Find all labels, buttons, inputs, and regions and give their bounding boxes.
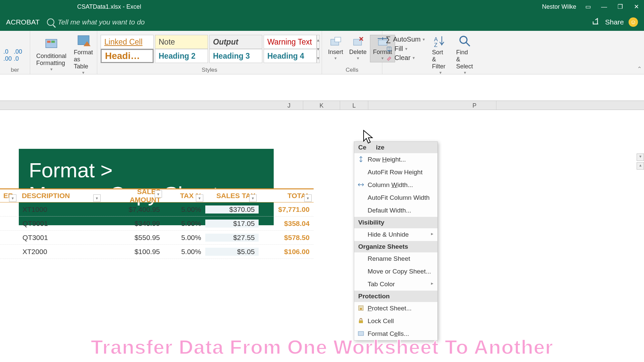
name-box-dropdown-icon[interactable]: ▾ (637, 154, 644, 161)
svg-rect-13 (359, 320, 363, 323)
svg-rect-2 (51, 41, 55, 43)
ribbon-display-icon[interactable]: ▭ (584, 2, 592, 11)
filter-icon[interactable]: ▾ (93, 194, 101, 202)
menu-autofit-col[interactable]: AutoFit Column Width (354, 191, 437, 204)
sigma-icon: ∑ (386, 35, 391, 44)
share-button[interactable]: Share (605, 18, 624, 26)
cell-taxp[interactable]: 5.00% (164, 220, 205, 228)
th-tax-pct[interactable]: TAX %▾ (164, 192, 205, 200)
th-description[interactable]: DESCRIPTION▾ (18, 192, 103, 200)
cell-desc[interactable]: XT1000 (18, 205, 103, 214)
menu-rename-sheet[interactable]: Rename Sheet (354, 252, 437, 265)
col-k[interactable]: K (303, 101, 340, 110)
style-output[interactable]: Output (209, 35, 262, 49)
style-gallery-scroll[interactable]: ▴ ▾ ▾ (317, 35, 320, 63)
svg-rect-14 (358, 331, 364, 336)
minimize-icon[interactable]: — (600, 2, 608, 11)
increase-decimal-icon[interactable]: .0.00 (3, 48, 12, 62)
scroll-up-icon[interactable]: ▴ (637, 162, 644, 170)
collapse-ribbon-icon[interactable]: ⌃ (637, 65, 642, 73)
menu-default-width[interactable]: Default Width... (354, 204, 437, 217)
menu-column-width[interactable]: Column Width... (354, 179, 437, 191)
style-heading3[interactable]: Heading 3 (209, 49, 262, 63)
cell-desc[interactable]: QT9001 (18, 220, 103, 228)
maximize-icon[interactable]: ❐ (616, 2, 625, 11)
menu-header-protection: Protection (354, 291, 437, 302)
filter-icon[interactable]: ▾ (155, 190, 162, 198)
cell-sales[interactable]: $340.99 (103, 220, 164, 228)
conditional-formatting-button[interactable]: Conditional Formatting (34, 33, 69, 76)
gallery-more-icon[interactable]: ▾ (317, 54, 319, 63)
gallery-down-icon[interactable]: ▾ (317, 44, 319, 53)
cell-tax[interactable]: $370.05 (205, 205, 259, 214)
find-select-button[interactable]: Find & Select (453, 33, 476, 76)
table-row[interactable]: XT2000$100.955.00%$5.05$106.00 (0, 245, 314, 259)
autosum-button[interactable]: ∑ AutoSum (386, 35, 423, 44)
clear-button[interactable]: Clear (386, 54, 423, 62)
cell-total[interactable]: $578.50 (259, 234, 314, 242)
th-total[interactable]: TOTAL▾ (259, 192, 314, 200)
th-sales-tax[interactable]: SALES TAX▾ (205, 192, 259, 200)
delete-button[interactable]: Delete (346, 35, 369, 62)
cell-total[interactable]: $106.00 (259, 248, 314, 256)
group-label-cells: Cells (322, 67, 382, 73)
cell-desc[interactable]: QT3001 (18, 234, 103, 242)
cell-taxp[interactable]: 5.00% (164, 234, 205, 242)
menu-lock-cell[interactable]: Lock Cell (354, 315, 437, 327)
ribbon: .0.00 .00.0 ber Conditional Formatting F… (0, 31, 644, 74)
col-j[interactable]: J (275, 101, 303, 110)
style-note[interactable]: Note (155, 35, 208, 49)
table-row[interactable]: QT9001$340.995.00%$17.05$358.04 (0, 217, 314, 231)
th-er[interactable]: ER▾ (0, 192, 18, 200)
gallery-up-icon[interactable]: ▴ (317, 35, 319, 44)
filter-icon[interactable]: ▾ (249, 194, 257, 202)
insert-button[interactable]: Insert (325, 35, 346, 62)
cell-tax[interactable]: $27.55 (205, 234, 259, 242)
menu-tab-color[interactable]: Tab Color (354, 278, 437, 291)
cell-sales[interactable]: $550.95 (103, 234, 164, 242)
cell-total[interactable]: $7,771.00 (259, 205, 314, 214)
style-heading2[interactable]: Heading 2 (155, 49, 208, 63)
filter-icon[interactable]: ▾ (304, 194, 312, 202)
cell-sales[interactable]: $100.95 (103, 248, 164, 256)
cell-taxp[interactable]: 5.00% (164, 248, 205, 256)
col-l[interactable]: L (340, 101, 368, 110)
feedback-smiley-icon[interactable]: ☺ (629, 17, 638, 27)
style-linked-cell[interactable]: Linked Cell (101, 35, 154, 49)
style-heading1[interactable]: Headi… (101, 49, 154, 63)
style-warning[interactable]: Warning Text (264, 35, 317, 49)
format-as-table-button[interactable]: Format as Table (71, 33, 96, 76)
style-heading4[interactable]: Heading 4 (264, 49, 317, 63)
worksheet-area: ▾ ▴ J K L P Format > Move or Copy Sheet … (0, 74, 644, 362)
fill-button[interactable]: Fill (386, 45, 423, 53)
menu-protect-sheet[interactable]: Protect Sheet... (354, 302, 437, 315)
svg-rect-1 (47, 41, 51, 43)
cell-total[interactable]: $358.04 (259, 220, 314, 228)
th-sales-amount[interactable]: SALES AMOUNT▾ (103, 188, 164, 204)
menu-hide-unhide[interactable]: Hide & Unhide (354, 228, 437, 241)
table-row[interactable]: QT3001$550.955.00%$27.55$578.50 (0, 231, 314, 245)
filter-icon[interactable]: ▾ (9, 194, 16, 202)
cell-desc[interactable]: XT2000 (18, 248, 103, 256)
tab-acrobat[interactable]: ACROBAT (6, 18, 40, 26)
filter-icon[interactable]: ▾ (196, 194, 203, 202)
search-icon (47, 18, 54, 26)
close-icon[interactable]: ✕ (632, 2, 641, 11)
tell-me-search[interactable]: Tell me what you want to do (47, 18, 145, 26)
overlay-line1: Format > (29, 158, 264, 182)
col-p[interactable]: P (453, 101, 496, 110)
menu-row-height[interactable]: Row Height... (354, 153, 437, 166)
cell-tax[interactable]: $17.05 (205, 220, 259, 228)
decrease-decimal-icon[interactable]: .00.0 (14, 48, 22, 62)
title-bar: CSATData1.xlsx - Excel Nestor Wilke ▭ — … (0, 0, 644, 13)
group-label-number: ber (0, 67, 30, 73)
cell-tax[interactable]: $5.05 (205, 248, 259, 256)
sort-filter-button[interactable]: AZ Sort & Filter (429, 33, 451, 76)
table-row[interactable]: XT1000$7,400.955.00%$370.05$7,771.00 (0, 202, 314, 217)
menu-header-organize: Organize Sheets (354, 241, 437, 252)
cell-sales[interactable]: $7,400.95 (103, 205, 164, 214)
menu-move-copy-sheet[interactable]: Move or Copy Sheet... (354, 265, 437, 278)
cell-taxp[interactable]: 5.00% (164, 205, 205, 214)
share-icon[interactable] (592, 17, 600, 27)
menu-autofit-row[interactable]: AutoFit Row Height (354, 166, 437, 179)
